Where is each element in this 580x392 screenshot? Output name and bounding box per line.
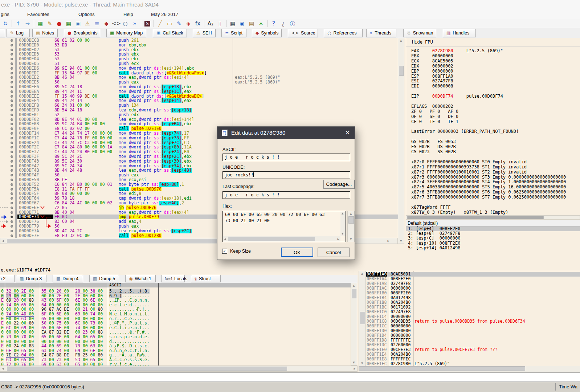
- disasm-row[interactable]: 00D0DED253push ebx: [0, 48, 398, 52]
- disasm-row[interactable]: 00D0DED551push ecx: [0, 61, 398, 66]
- disasm-row[interactable]: 00D0DED689 9E 94 01 00 00mov dword ptr d…: [0, 66, 398, 71]
- references-icon[interactable]: ○: [121, 20, 129, 27]
- functions-icon[interactable]: fx: [194, 20, 202, 27]
- hide-fpu-button[interactable]: Hide FPU: [406, 38, 580, 46]
- codepage-button[interactable]: Codepage...: [323, 180, 355, 189]
- calling-convention-header[interactable]: Default (stdcall): [406, 220, 580, 226]
- breakpoint-dot[interactable]: [11, 114, 13, 116]
- breakpoint-dot[interactable]: [11, 44, 13, 46]
- breakpoint-dot[interactable]: [11, 202, 13, 204]
- registers-panel[interactable]: Hide FPU EAX 0278C980 L"5.2.5 (869)"EBX …: [406, 38, 580, 215]
- disasm-row[interactable]: 00D0DEE550push eaxeax:L"5.2.5 (869)": [0, 80, 398, 85]
- breakpoint-dot[interactable]: [11, 39, 13, 42]
- tab-snowman[interactable]: ☃Snowman: [403, 29, 436, 37]
- register-line[interactable]: x87r5 40038000000000000000 ST5 Empty 16.…: [411, 185, 566, 190]
- script-icon[interactable]: ≡: [93, 20, 101, 27]
- disasm-row[interactable]: 00D0DED033 DBxor ebx,ebx: [0, 43, 398, 48]
- breakpoint-dot[interactable]: [11, 118, 13, 121]
- analysis-icon[interactable]: A₂: [207, 20, 215, 27]
- source-icon[interactable]: <>: [112, 20, 120, 27]
- tables-icon[interactable]: ▤: [248, 20, 256, 27]
- disasm-row[interactable]: 00D0DED453push ebx: [0, 57, 398, 61]
- restart-icon[interactable]: ↻: [1, 20, 9, 27]
- register-line[interactable]: ESI 027497F8: [411, 79, 453, 84]
- call-stack-icon[interactable]: ▣: [74, 20, 82, 27]
- stack-panel[interactable]: 008FF1A08CAE50D1008FF1A4008FF2E0008FF1A8…: [359, 271, 580, 366]
- breakpoint-dot[interactable]: [11, 99, 13, 102]
- register-line[interactable]: ZF 0 PF 0 AF 0: [411, 109, 458, 114]
- internet-icon[interactable]: ◉: [238, 20, 246, 27]
- disasm-row[interactable]: 00D0DECB68 61 02 00 00push 261: [0, 38, 398, 43]
- help-icon[interactable]: ?: [270, 20, 278, 27]
- dump-panel[interactable]: ASCII 032 00 2E 0035 00 20 0028 00 38 00…: [0, 283, 358, 366]
- calculator-icon[interactable]: ▦: [229, 20, 237, 27]
- breakpoint-dot[interactable]: [11, 211, 13, 214]
- register-line[interactable]: x87r3 00000000000000000000 ST3 Empty 0.0…: [411, 175, 566, 180]
- tab-symbols[interactable]: ◆Symbols: [252, 29, 282, 37]
- disasm-row[interactable]: 00D0DED353push ebx: [0, 52, 398, 57]
- cpu-icon[interactable]: ▦: [36, 20, 44, 27]
- memory-map-icon[interactable]: ▦: [65, 20, 73, 27]
- register-line[interactable]: EBX 00000000: [411, 54, 453, 59]
- dump-row[interactable]: 072 00 76 0069 00 63 0065 00 00 00r.v.i.…: [0, 362, 351, 366]
- register-line[interactable]: x87r2 FFFF0000000100010001 ST2 Empty inv…: [411, 170, 527, 175]
- menu-item-may-26-2017[interactable]: May 26 2017: [151, 12, 178, 17]
- tab-dump-4[interactable]: ▦Dump 4: [53, 275, 83, 282]
- disasm-row[interactable]: 00D0DEEA89 44 24 1Cmov dword ptr ss:[esp…: [0, 89, 398, 94]
- breakpoint-dot[interactable]: [11, 62, 13, 65]
- menu-item-favourites[interactable]: Favourites: [27, 12, 49, 17]
- register-line[interactable]: EBP 00000000: [411, 69, 453, 74]
- codepage-field[interactable]: j o e r o c k s ! !: [222, 191, 350, 199]
- breakpoint-dot[interactable]: [11, 155, 13, 158]
- register-line[interactable]: CF 0 TF 0 IF 1: [411, 119, 458, 124]
- breakpoint-dot[interactable]: [11, 192, 13, 195]
- tab-references[interactable]: ○References: [324, 29, 363, 37]
- tab-struct[interactable]: §Struct: [191, 275, 221, 282]
- snowman-icon[interactable]: S: [144, 21, 150, 26]
- breakpoint-dot[interactable]: [11, 76, 13, 79]
- breakpoint-dot[interactable]: [11, 72, 13, 74]
- tab-source[interactable]: <>Source: [288, 29, 318, 37]
- tab-dump-2[interactable]: ▦Dump 2: [0, 275, 15, 282]
- breakpoint-dot[interactable]: [11, 165, 13, 167]
- breakpoint-dot[interactable]: [11, 67, 13, 70]
- shortcuts-icon[interactable]: ¿: [279, 20, 287, 27]
- command-input[interactable]: [0, 372, 580, 382]
- breakpoint-dot[interactable]: [11, 234, 13, 237]
- breakpoint-dot[interactable]: [11, 132, 13, 135]
- breakpoint-dot[interactable]: [11, 137, 13, 139]
- breakpoint-dot[interactable]: [11, 142, 13, 144]
- breakpoint-dot[interactable]: [11, 225, 13, 228]
- disasm-row[interactable]: 00D0DEF868 34 01 00 00push 134: [0, 103, 398, 108]
- register-line[interactable]: EFLAGS 00000202: [411, 104, 453, 109]
- tab-call-stack[interactable]: ▣Call Stack: [153, 29, 187, 37]
- hex-outer-vscrollbar[interactable]: ▲ ▼: [347, 211, 355, 242]
- breakpoint-dot[interactable]: [11, 197, 13, 200]
- menu-item-gins[interactable]: gins: [1, 12, 9, 17]
- tab-log[interactable]: ✎Log: [7, 29, 30, 37]
- seh-icon[interactable]: ⚠: [83, 20, 91, 27]
- register-line[interactable]: x87r1 FFFF0000000000393738 ST1 Empty inv…: [411, 165, 527, 170]
- breakpoints-icon[interactable]: ●: [55, 20, 63, 27]
- close-icon[interactable]: ×: [345, 128, 350, 136]
- cancel-button[interactable]: Cancel: [318, 248, 350, 257]
- breakpoint-dot[interactable]: [11, 127, 13, 130]
- symbols-icon[interactable]: ◆: [102, 20, 110, 27]
- register-line[interactable]: EDX 00000002: [411, 64, 453, 69]
- about-icon[interactable]: ⓘ: [289, 20, 297, 27]
- disasm-row[interactable]: 00D0DF0152push edx: [0, 113, 398, 117]
- register-line[interactable]: EIP 00D0DF74 pulse.00D0DF74: [411, 94, 503, 99]
- breakpoint-dot[interactable]: [11, 207, 13, 209]
- disasm-vscrollbar[interactable]: ▲ ▼: [398, 38, 404, 244]
- menu-item-help[interactable]: Help: [123, 12, 133, 17]
- dialog-titlebar[interactable]: 0110 Edit data at 0278C980 ×: [217, 127, 355, 139]
- breakpoint-dot[interactable]: [11, 216, 13, 218]
- breakpoint-dot[interactable]: [11, 160, 13, 163]
- disasm-row[interactable]: 00D0DEDCFF 15 64 97 DE 00call dword ptr …: [0, 71, 398, 75]
- breakpoint-dot[interactable]: [11, 188, 13, 191]
- argument-row[interactable]: 4: [esp+10] 008FF2E0: [406, 241, 580, 246]
- register-line[interactable]: x87r6 3FFB8000000000000000 ST6 Empty 0.0…: [411, 190, 566, 195]
- tab-dump-3[interactable]: ▦Dump 3: [16, 275, 46, 282]
- debuggee-icon[interactable]: ▯: [216, 20, 224, 27]
- breakpoint-dot[interactable]: [11, 95, 13, 98]
